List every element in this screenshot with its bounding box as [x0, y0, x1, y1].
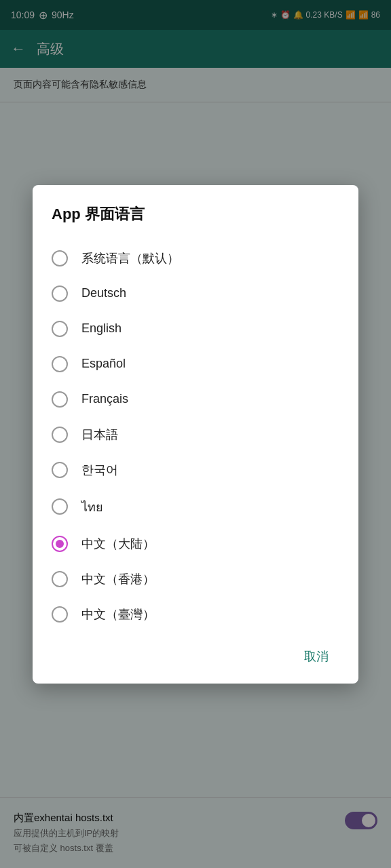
- radio-circle-chinese-mainland: [52, 536, 68, 552]
- radio-label-thai: ไทย: [81, 497, 103, 517]
- radio-label-chinese-hk: 中文（香港）: [81, 571, 155, 587]
- radio-label-espanol: Español: [81, 357, 126, 371]
- language-dialog: App 界面语言 系统语言（默认） Deutsch English Españo…: [33, 185, 358, 684]
- radio-circle-japanese: [52, 427, 68, 443]
- radio-option-chinese-hk[interactable]: 中文（香港）: [52, 561, 339, 597]
- radio-circle-system: [52, 250, 68, 267]
- radio-option-korean[interactable]: 한국어: [52, 452, 339, 488]
- radio-option-system[interactable]: 系统语言（默认）: [52, 241, 339, 276]
- radio-option-chinese-tw[interactable]: 中文（臺灣）: [52, 597, 339, 632]
- radio-label-deutsch: Deutsch: [81, 286, 126, 300]
- radio-option-japanese[interactable]: 日本語: [52, 417, 339, 452]
- radio-option-chinese-mainland[interactable]: 中文（大陆）: [52, 526, 339, 561]
- radio-option-deutsch[interactable]: Deutsch: [52, 276, 339, 311]
- radio-label-francais: Français: [81, 392, 128, 406]
- radio-circle-espanol: [52, 356, 68, 372]
- radio-circle-chinese-hk: [52, 571, 68, 587]
- dialog-overlay: App 界面语言 系统语言（默认） Deutsch English Españo…: [0, 0, 391, 868]
- cancel-button[interactable]: 取消: [293, 643, 339, 670]
- dialog-actions: 取消: [52, 632, 339, 684]
- radio-option-english[interactable]: English: [52, 311, 339, 347]
- radio-label-system: 系统语言（默认）: [81, 250, 179, 267]
- radio-circle-thai: [52, 498, 68, 515]
- radio-label-chinese-tw: 中文（臺灣）: [81, 606, 155, 623]
- radio-label-korean: 한국어: [81, 462, 118, 478]
- radio-circle-deutsch: [52, 285, 68, 302]
- radio-option-francais[interactable]: Français: [52, 382, 339, 417]
- radio-label-chinese-mainland: 中文（大陆）: [81, 536, 155, 552]
- radio-circle-english: [52, 321, 68, 337]
- radio-label-english: English: [81, 321, 122, 336]
- radio-circle-korean: [52, 462, 68, 478]
- radio-circle-francais: [52, 391, 68, 408]
- dialog-title: App 界面语言: [52, 204, 339, 224]
- radio-option-espanol[interactable]: Español: [52, 347, 339, 382]
- radio-option-thai[interactable]: ไทย: [52, 488, 339, 526]
- radio-label-japanese: 日本語: [81, 427, 118, 443]
- radio-circle-chinese-tw: [52, 606, 68, 623]
